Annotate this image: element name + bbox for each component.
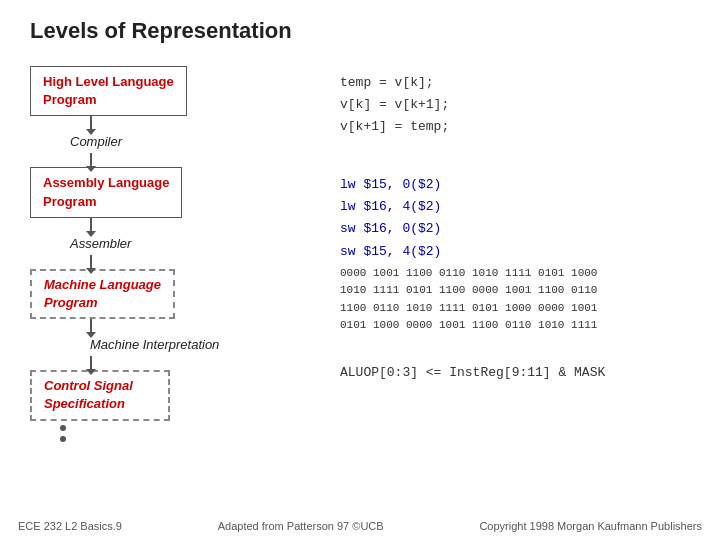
bin-line4: 0101 1000 0000 1001 1100 0110 1010 1111 [340, 317, 690, 335]
footer: ECE 232 L2 Basics.9 Adapted from Patters… [0, 520, 720, 532]
dot-2 [60, 436, 66, 442]
control-signal-box: Control SignalSpecification [30, 370, 170, 420]
page-title: Levels of Representation [30, 18, 690, 44]
bin-line1: 0000 1001 1100 0110 1010 1111 0101 1000 [340, 265, 690, 283]
assembly-code: lw $15, 0($2) lw $16, 4($2) sw $16, 0($2… [340, 174, 690, 262]
binary-code: 0000 1001 1100 0110 1010 1111 0101 1000 … [340, 265, 690, 335]
asm-line4: sw $15, 4($2) [340, 241, 690, 263]
asm-line1: lw $15, 0($2) [340, 174, 690, 196]
bin-line2: 1010 1111 0101 1100 0000 1001 1100 0110 [340, 282, 690, 300]
assembly-box: Assembly LanguageProgram [30, 167, 182, 217]
temp-line1: temp = v[k]; [340, 72, 690, 94]
asm-line2: lw $16, 4($2) [340, 196, 690, 218]
footer-center: Adapted from Patterson 97 ©UCB [218, 520, 384, 532]
machine-box: Machine LanguageProgram [30, 269, 175, 319]
assembler-label: Assembler [70, 236, 131, 251]
arrow-compiler [90, 116, 92, 130]
arrow-assembler [90, 218, 92, 232]
right-column: temp = v[k]; v[k] = v[k+1]; v[k+1] = tem… [320, 62, 690, 380]
arrow-assembler-2 [90, 255, 92, 269]
dot-1 [60, 425, 66, 431]
temp-line2: v[k] = v[k+1]; [340, 94, 690, 116]
aluop-text: ALUOP[0:3] <= InstReg[9:11] & MASK [340, 365, 690, 380]
arrow-compiler-2 [90, 153, 92, 167]
page: Levels of Representation High Level Lang… [0, 0, 720, 540]
compiler-label: Compiler [70, 134, 122, 149]
dots [60, 425, 66, 442]
arrow-machine-2 [90, 356, 92, 370]
footer-right: Copyright 1998 Morgan Kaufmann Publisher… [479, 520, 702, 532]
high-level-box: High Level LanguageProgram [30, 66, 187, 116]
asm-line3: sw $16, 0($2) [340, 218, 690, 240]
arrow-machine [90, 319, 92, 333]
machine-interp-label: Machine Interpretation [90, 337, 219, 352]
left-column: High Level LanguageProgram Compiler Asse… [30, 62, 320, 442]
bin-line3: 1100 0110 1010 1111 0101 1000 0000 1001 [340, 300, 690, 318]
temp-line3: v[k+1] = temp; [340, 116, 690, 138]
temp-code: temp = v[k]; v[k] = v[k+1]; v[k+1] = tem… [340, 72, 690, 138]
footer-left: ECE 232 L2 Basics.9 [18, 520, 122, 532]
main-layout: High Level LanguageProgram Compiler Asse… [30, 62, 690, 442]
